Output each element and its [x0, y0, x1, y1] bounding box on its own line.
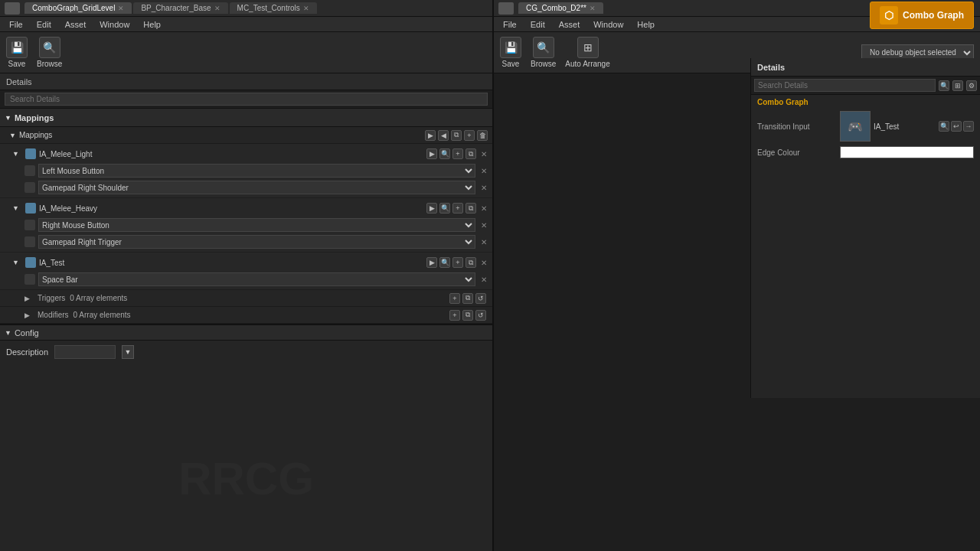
menu-window[interactable]: Window: [93, 18, 136, 31]
group-collapse-icon[interactable]: ▼: [12, 150, 19, 158]
mapping-entry-gamepad-trigger: Gamepad Right Trigger ✕: [12, 233, 489, 250]
details-search-input[interactable]: [754, 79, 936, 92]
combo-graph-label: Combo Graph: [903, 10, 964, 21]
add-entry-icon[interactable]: +: [452, 203, 463, 214]
auto-arrange-button[interactable]: ⊞ Auto Arrange: [565, 37, 609, 68]
delete-group-icon[interactable]: ✕: [479, 148, 489, 159]
config-collapse-icon[interactable]: ▼: [5, 329, 11, 337]
entry-icon: [24, 165, 35, 176]
triggers-collapse-icon[interactable]: ▶: [24, 295, 30, 302]
details-panel-title: Details: [757, 63, 785, 72]
tab-close-combo-icon[interactable]: ✕: [590, 5, 596, 12]
triggers-actions: + ⧉ ↺: [449, 293, 486, 304]
rmb-select[interactable]: Right Mouse Button: [38, 218, 475, 232]
mapping-type-icon: [25, 257, 36, 268]
menu-asset[interactable]: Asset: [59, 18, 93, 31]
save-button[interactable]: 💾 Save: [6, 37, 28, 68]
add-modifier-icon[interactable]: +: [449, 310, 460, 321]
clear-asset-icon[interactable]: ↩: [951, 121, 962, 132]
expand-group-icon[interactable]: ▶: [426, 203, 437, 214]
add-mapping-icon[interactable]: +: [464, 130, 475, 141]
triggers-label: Triggers: [38, 294, 65, 302]
search-icon[interactable]: 🔍: [439, 257, 450, 268]
combo-graph-button[interactable]: ⬡ Combo Graph: [870, 2, 974, 29]
browse-button[interactable]: 🔍 Browse: [37, 37, 62, 68]
menu-file[interactable]: File: [3, 18, 29, 31]
delete-entry-icon[interactable]: ✕: [479, 182, 489, 193]
config-header: ▼ Config: [0, 324, 492, 341]
delete-entry-icon[interactable]: ✕: [479, 236, 489, 247]
collapse-arrow-icon[interactable]: ▼: [5, 114, 11, 122]
gamepad-shoulder-select[interactable]: Gamepad Right Shoulder: [38, 181, 475, 194]
mapping-group-name: IA_Test: [39, 259, 64, 267]
description-dropdown-icon[interactable]: ▼: [122, 345, 134, 359]
modifiers-collapse-icon[interactable]: ▶: [24, 311, 30, 319]
details-bar: Details: [0, 73, 492, 90]
description-input[interactable]: [54, 345, 116, 359]
tab-label: ComboGraph_GridLevel: [32, 4, 115, 12]
tab-close-icon[interactable]: ✕: [118, 5, 124, 12]
tab-combo-graph-grid[interactable]: ComboGraph_GridLevel ✕: [24, 2, 132, 14]
delete-mapping-icon[interactable]: 🗑: [477, 130, 488, 141]
search-details-icon[interactable]: 🔍: [939, 80, 949, 91]
group-collapse-icon[interactable]: ▼: [12, 259, 19, 266]
tab-list: ComboGraph_GridLevel ✕ BP_Character_Base…: [24, 2, 317, 14]
expand-group-icon[interactable]: ▶: [426, 148, 437, 159]
auto-arrange-icon: ⊞: [577, 37, 599, 58]
add-trigger-icon[interactable]: +: [449, 293, 460, 304]
search-icon[interactable]: 🔍: [439, 203, 450, 214]
search-details-input[interactable]: [5, 93, 488, 106]
entry-icon: [24, 236, 35, 247]
tab-mc-test[interactable]: MC_Test_Controls ✕: [230, 2, 317, 14]
space-select[interactable]: Space Bar: [38, 272, 475, 286]
menu-help[interactable]: Help: [137, 18, 167, 31]
browse-asset-icon[interactable]: 🔍: [939, 121, 949, 132]
search-icon[interactable]: 🔍: [439, 148, 450, 159]
copy-group-icon[interactable]: ⧉: [466, 203, 476, 214]
mapping-group-test: ▼ IA_Test ▶ 🔍 + ⧉ ✕ Space Bar ✕: [0, 253, 492, 290]
delete-group-icon[interactable]: ✕: [479, 203, 489, 214]
browse-button-r[interactable]: 🔍 Browse: [531, 37, 556, 68]
delete-group-icon[interactable]: ✕: [479, 257, 489, 268]
edge-colour-swatch[interactable]: [840, 146, 974, 158]
delete-trigger-icon[interactable]: ↺: [475, 293, 486, 304]
transition-input-text-area: IA_Test: [874, 122, 936, 131]
menu-edit-r[interactable]: Edit: [524, 18, 551, 31]
delete-entry-icon[interactable]: ✕: [479, 220, 489, 230]
sub-collapse-icon[interactable]: ▼: [9, 132, 16, 139]
tab-close-icon[interactable]: ✕: [303, 5, 309, 12]
expand-icon[interactable]: ▶: [425, 130, 436, 141]
copy-icon[interactable]: ⧉: [451, 130, 462, 141]
delete-entry-icon[interactable]: ✕: [479, 165, 489, 176]
add-entry-icon[interactable]: +: [452, 148, 463, 159]
save-button-r[interactable]: 💾 Save: [500, 37, 521, 68]
group-actions: ▶ 🔍 + ⧉ ✕: [426, 148, 489, 159]
settings-icon[interactable]: ⚙: [966, 80, 977, 91]
goto-asset-icon[interactable]: →: [963, 121, 974, 132]
tab-bp-character[interactable]: BP_Character_Base ✕: [133, 2, 227, 14]
gamepad-trigger-select[interactable]: Gamepad Right Trigger: [38, 235, 475, 249]
delete-entry-icon[interactable]: ✕: [479, 274, 489, 285]
menu-asset-r[interactable]: Asset: [553, 18, 586, 31]
menu-help-r[interactable]: Help: [631, 18, 661, 31]
expand-group-icon[interactable]: ▶: [426, 257, 437, 268]
copy-group-icon[interactable]: ⧉: [466, 148, 476, 159]
copy-group-icon[interactable]: ⧉: [466, 257, 476, 268]
mapping-entry-space: Space Bar ✕: [12, 271, 489, 288]
grid-view-icon[interactable]: ⊞: [952, 80, 963, 91]
group-collapse-icon[interactable]: ▼: [12, 204, 19, 212]
mapping-group-header-test: ▼ IA_Test ▶ 🔍 + ⧉ ✕: [12, 254, 489, 271]
delete-modifier-icon[interactable]: ↺: [475, 310, 486, 321]
tab-cg-combo[interactable]: CG_Combo_D2** ✕: [518, 2, 603, 14]
menu-edit[interactable]: Edit: [31, 18, 57, 31]
menu-file-r[interactable]: File: [497, 18, 523, 31]
lmb-select[interactable]: Left Mouse Button: [38, 164, 475, 178]
copy-modifier-icon[interactable]: ⧉: [462, 310, 473, 321]
collapse-icon[interactable]: ◀: [438, 130, 449, 141]
menu-window-r[interactable]: Window: [587, 18, 629, 31]
copy-trigger-icon[interactable]: ⧉: [462, 293, 473, 304]
description-row: Description ▼: [6, 345, 486, 359]
tab-close-icon[interactable]: ✕: [214, 5, 220, 12]
left-title-bar: ComboGraph_GridLevel ✕ BP_Character_Base…: [0, 0, 492, 17]
add-entry-icon[interactable]: +: [452, 257, 463, 268]
